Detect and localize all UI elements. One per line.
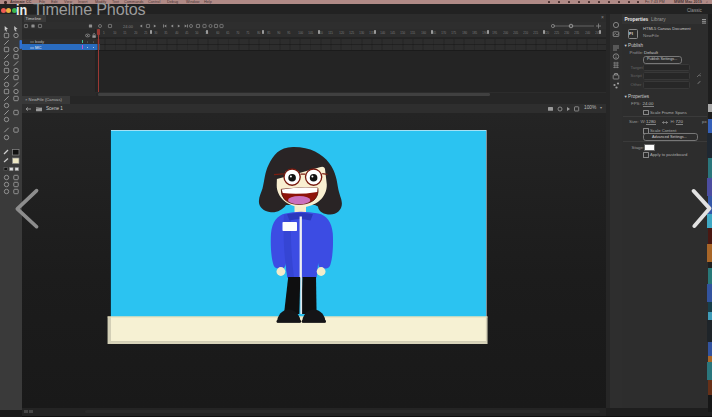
svg-text:24.00: 24.00 [123,23,134,28]
